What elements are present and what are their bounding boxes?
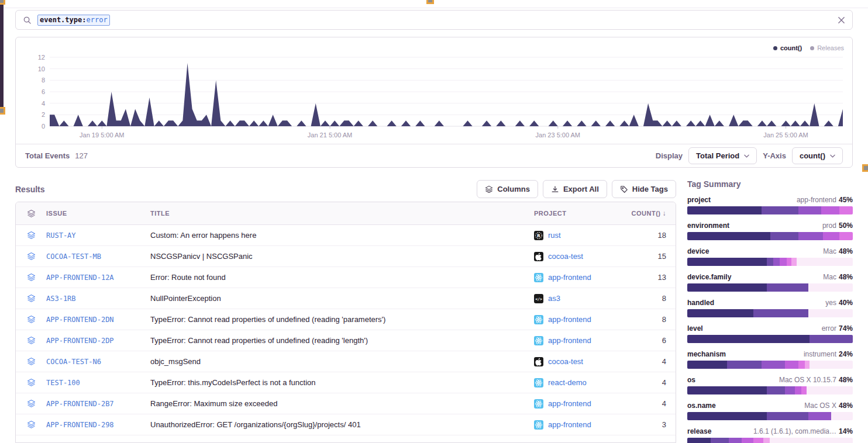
tag-top-percent: 48% (839, 376, 853, 384)
tag-distribution-bar[interactable] (687, 206, 853, 214)
releases-legend-label: Releases (817, 44, 844, 51)
tag-distribution-bar[interactable] (687, 309, 853, 317)
project-link[interactable]: app-frontend (534, 399, 626, 409)
project-link[interactable]: Rrust (534, 231, 626, 240)
table-row: APP-FRONTEND-2DNTypeError: Cannot read p… (16, 309, 676, 330)
header-title[interactable]: TITLE (150, 210, 534, 217)
tag-distribution-bar[interactable] (687, 232, 853, 240)
project-link[interactable]: app-frontend (534, 336, 626, 345)
issue-stack-icon (16, 420, 46, 429)
tag-summary-item: mechanisminstrument24% (687, 350, 853, 369)
yaxis-select[interactable]: count() (792, 147, 843, 164)
results-title: Results (15, 185, 45, 194)
tag-distribution-bar[interactable] (687, 335, 853, 343)
legend-item-releases[interactable]: Releases (810, 44, 844, 51)
yaxis-label: Y-Axis (763, 151, 786, 160)
header-count-sort[interactable]: COUNT()↓ (626, 209, 676, 217)
selection-handle[interactable] (0, 107, 5, 115)
releases-legend-dot (810, 46, 814, 50)
columns-button[interactable]: Columns (477, 180, 538, 198)
tag-summary-item: handledyes40% (687, 299, 853, 317)
issue-link[interactable]: COCOA-TEST-MB (46, 252, 150, 261)
tag-distribution-bar[interactable] (687, 412, 853, 420)
table-row: TEST-100TypeError: this.myCodeIsPerfect … (16, 372, 676, 393)
stack-icon (16, 209, 46, 218)
results-table: ISSUE TITLE PROJECT COUNT()↓ RUST-AYCust… (15, 202, 676, 443)
issue-link[interactable]: APP-FRONTEND-298 (46, 421, 150, 429)
tag-distribution-bar[interactable] (687, 283, 853, 292)
issue-stack-icon (16, 378, 46, 387)
clear-search-icon[interactable] (838, 16, 845, 24)
search-query-token[interactable]: event.type:error (37, 15, 110, 26)
tag-name: os.name (687, 402, 716, 410)
event-count: 8 (626, 294, 676, 303)
chevron-down-icon (830, 154, 835, 158)
search-bar[interactable]: event.type:error (15, 10, 853, 30)
table-row: APP-FRONTEND-2B7RangeError: Maximum size… (16, 393, 676, 414)
tag-distribution-bar[interactable] (687, 258, 853, 266)
event-count: 4 (626, 378, 676, 387)
issue-title: NullPointerException (150, 294, 534, 303)
hide-tags-button[interactable]: Hide Tags (612, 180, 676, 198)
issue-link[interactable]: APP-FRONTEND-2DN (46, 316, 150, 324)
tag-top-value: instrument24% (804, 350, 853, 358)
event-count: 8 (626, 315, 676, 324)
tag-distribution-bar[interactable] (687, 438, 853, 443)
tag-top-value: Mac48% (823, 247, 853, 255)
selection-handle[interactable] (426, 0, 434, 4)
header-project[interactable]: PROJECT (534, 210, 626, 217)
export-all-button[interactable]: Export All (543, 180, 607, 198)
tag-summary-title: Tag Summary (687, 179, 853, 189)
tag-name: level (687, 324, 703, 333)
tag-top-value: Mac OS X 10.15.748% (779, 376, 853, 384)
apple-platform-icon (534, 357, 543, 366)
tag-summary-item: projectapp-frontend45% (687, 196, 853, 214)
project-link[interactable]: cocoa-test (534, 357, 626, 366)
page-top-divider (0, 8, 868, 8)
tag-name: device.family (687, 273, 731, 281)
project-link[interactable]: app-frontend (534, 273, 626, 282)
partial-row (16, 435, 676, 442)
tag-distribution-bar[interactable] (687, 386, 853, 394)
tag-name: release (687, 427, 711, 435)
results-header: Results Columns Export All Hide Tags (15, 179, 676, 199)
legend-item-count[interactable]: count() (773, 44, 802, 51)
issue-stack-icon (16, 399, 46, 408)
selection-handle[interactable] (0, 0, 5, 5)
chart-legend: count() Releases (773, 44, 844, 51)
issue-link[interactable]: APP-FRONTEND-12A (46, 274, 150, 282)
project-link[interactable]: react-demo (534, 378, 626, 387)
issue-link[interactable]: APP-FRONTEND-2DP (46, 337, 150, 345)
project-link[interactable]: app-frontend (534, 420, 626, 430)
svg-text:10: 10 (38, 65, 45, 72)
react-platform-icon (534, 273, 543, 282)
issue-link[interactable]: APP-FRONTEND-2B7 (46, 400, 150, 408)
issue-link[interactable]: COCOA-TEST-N6 (46, 358, 150, 366)
tag-top-percent: 40% (839, 299, 853, 307)
issue-stack-icon (16, 336, 46, 345)
issue-title: UnauthorizedError: GET /organizations/{o… (150, 420, 534, 429)
svg-text:2: 2 (42, 111, 45, 118)
project-link[interactable]: app-frontend (534, 315, 626, 324)
tag-distribution-bar[interactable] (687, 361, 853, 369)
selection-handle[interactable] (862, 164, 868, 172)
tag-top-value: prod50% (822, 222, 853, 230)
issue-stack-icon (16, 252, 46, 261)
react-platform-icon (534, 378, 543, 387)
svg-text:</>: </> (535, 296, 542, 301)
issue-link[interactable]: AS3-1RB (46, 295, 150, 303)
display-select[interactable]: Total Period (688, 147, 757, 164)
header-issue[interactable]: ISSUE (46, 210, 150, 217)
project-link[interactable]: </>as3 (534, 294, 626, 303)
tag-summary-panel: Tag Summary projectapp-frontend45%enviro… (687, 179, 853, 443)
issue-link[interactable]: TEST-100 (46, 379, 150, 387)
columns-button-label: Columns (497, 185, 530, 193)
tag-top-value: Mac48% (823, 273, 853, 281)
discover-query-page: { "colors": { "chart_fill": "#454171", "… (0, 0, 868, 443)
react-platform-icon (534, 420, 543, 430)
total-events-label: Total Events (25, 151, 70, 160)
svg-text:0: 0 (42, 123, 45, 130)
tag-name: mechanism (687, 350, 726, 358)
project-link[interactable]: cocoa-test (534, 252, 626, 261)
issue-link[interactable]: RUST-AY (46, 231, 150, 240)
